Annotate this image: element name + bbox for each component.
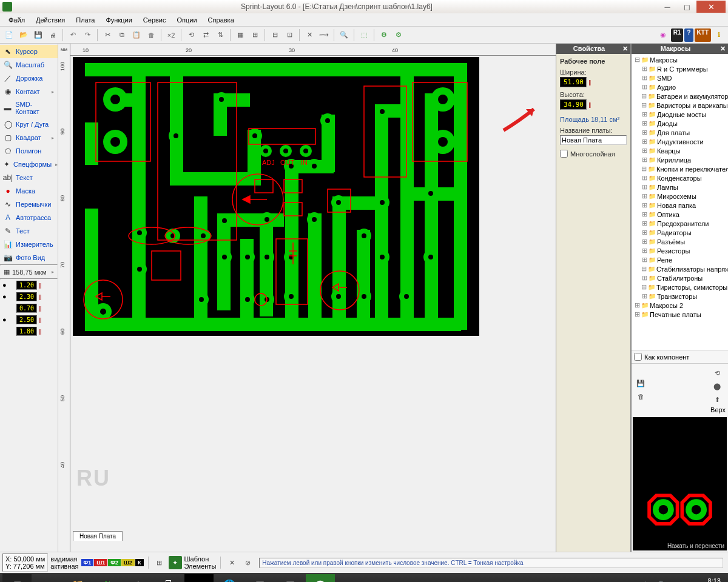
delete-button[interactable]: 🗑 — [144, 28, 158, 42]
rotate-button[interactable]: ⟲ — [184, 28, 198, 42]
copy-button[interactable]: ⧉ — [115, 28, 129, 42]
width-value[interactable]: 51.90 — [560, 77, 587, 87]
macro-folder[interactable]: ⊞📁Оптика — [633, 210, 727, 219]
macro-folder[interactable]: ⊞📁Стабилитроны — [633, 273, 727, 283]
macro-delete-button[interactable]: 🗑 — [634, 390, 647, 403]
task-sprint[interactable]: ⬤ — [306, 574, 335, 582]
macro-save-button[interactable]: 💾 — [634, 376, 647, 390]
stepper-icon[interactable]: ‖ — [588, 102, 592, 108]
menu-Плата[interactable]: Плата — [71, 15, 99, 25]
open-button[interactable]: 📂 — [17, 28, 30, 42]
layer-chips[interactable]: Ф1Ш1Ф2Ш2К — [81, 559, 144, 566]
ungroup-button[interactable]: ⊡ — [283, 28, 296, 42]
task-app1[interactable]: 🌐 — [215, 574, 244, 582]
macro-folder[interactable]: ⊞📁Варисторы и варикапы — [633, 101, 727, 110]
badge-r1[interactable]: R1 — [671, 28, 684, 42]
connections-button[interactable]: ✕ — [303, 28, 316, 42]
macro-folder[interactable]: ⊞📁Конденсаторы — [633, 173, 727, 182]
task-explorer[interactable]: 📁 — [63, 574, 92, 582]
mirror-v-button[interactable]: ⇅ — [214, 28, 227, 42]
tool-Курсор[interactable]: ⬉Курсор — [0, 45, 58, 58]
tool-Текст[interactable]: ab|Текст — [0, 171, 58, 184]
tool-Маска[interactable]: ●Маска — [0, 184, 58, 198]
tool-Автотрасса[interactable]: AАвтотрасса — [0, 211, 58, 224]
maximize-button[interactable]: ◻ — [677, 1, 696, 13]
stepper-icon[interactable]: ‖ — [588, 79, 592, 85]
macro-gear2-button[interactable]: ⚙ — [392, 28, 405, 42]
macro-folder[interactable]: ⊞📁Кнопки и переключатели — [633, 164, 727, 173]
menu-Функции[interactable]: Функции — [101, 15, 136, 25]
group-button[interactable]: ⊟ — [268, 28, 281, 42]
task-ie[interactable]: e — [33, 574, 62, 582]
board-tab[interactable]: Новая Плата — [73, 531, 123, 541]
menu-Действия[interactable]: Действия — [31, 15, 70, 25]
macro-folder[interactable]: ⊞📁Диодные мосты — [633, 110, 727, 119]
tool-Дорожка[interactable]: ／Дорожка — [0, 72, 58, 85]
tool-Тест[interactable]: ✎Тест — [0, 224, 58, 238]
task-scope[interactable]: ∿ — [184, 574, 214, 582]
redo-button[interactable]: ↷ — [81, 28, 94, 42]
macro-folder[interactable]: ⊞📁Для платы — [633, 128, 727, 137]
tool-Масштаб[interactable]: 🔍Масштаб — [0, 58, 58, 72]
transparency-button[interactable]: ◉ — [656, 28, 670, 42]
macro-folder[interactable]: ⊞📁Лампы — [633, 182, 727, 192]
task-store[interactable]: 🛍 — [93, 574, 123, 582]
multilayer-checkbox[interactable] — [560, 150, 568, 158]
tool-SMD-Контакт[interactable]: ▬SMD-Контакт — [0, 98, 58, 118]
tool-Контакт[interactable]: ◉Контакт▸ — [0, 85, 58, 98]
info-button[interactable]: ℹ — [712, 28, 726, 42]
task-app2[interactable]: ▦ — [245, 574, 274, 582]
macro-folder[interactable]: ⊞📁R и C триммеры — [633, 64, 727, 73]
badge-ktt[interactable]: KTT — [695, 28, 711, 42]
macro-folder[interactable]: ⊞📁Аудио — [633, 82, 727, 92]
param-smd[interactable]: ●2.50‖ — [0, 314, 58, 326]
misc-button-2[interactable]: ⊘ — [241, 556, 254, 569]
task-app3[interactable]: ◫ — [275, 574, 305, 582]
align-button[interactable]: ▦ — [234, 28, 247, 42]
macro-folder[interactable]: ⊞📁Микросхемы — [633, 192, 727, 201]
macro-folder[interactable]: ⊞📁Кириллица — [633, 155, 727, 164]
macro-folder[interactable]: ⊞📁Транзисторы — [633, 292, 727, 301]
tool-Полигон[interactable]: ⬠Полигон — [0, 144, 58, 158]
macro-folder[interactable]: ⊞📁Батареи и аккумуляторы — [633, 92, 727, 101]
macro-folder[interactable]: ⊞📁Предохранители — [633, 219, 727, 228]
minimize-button[interactable]: ─ — [658, 1, 677, 13]
height-value[interactable]: 34.90 — [560, 99, 587, 110]
snap-button[interactable]: ⊞ — [248, 28, 261, 42]
print-button[interactable]: 🖨 — [46, 28, 59, 42]
macro-folder[interactable]: ⊞📁Разъёмы — [633, 237, 727, 246]
pcb-viewport[interactable]: ADJ OUT IN RU Новая Плата — [70, 56, 556, 552]
param-sub[interactable]: 0.70‖ — [0, 303, 58, 314]
macro-flip-button[interactable]: ⬤ — [710, 380, 724, 393]
macro-folder[interactable]: ⊞📁Реле — [633, 255, 727, 264]
start-button[interactable]: ⊞ — [2, 574, 32, 582]
param-track[interactable]: ●1.20‖ — [0, 279, 58, 291]
save-button[interactable]: 💾 — [32, 28, 45, 42]
macro-folder[interactable]: ⊞📁Индуктивности — [633, 137, 727, 146]
task-chrome[interactable]: ◉ — [124, 574, 153, 582]
param-pad[interactable]: ●2.30‖ — [0, 291, 58, 303]
tool-Фото Вид[interactable]: 📷Фото Вид — [0, 251, 58, 264]
macro-folder[interactable]: ⊞📁Кварцы — [633, 146, 727, 155]
badge-help[interactable]: ? — [684, 28, 693, 42]
mirror-h-button[interactable]: ⇄ — [199, 28, 212, 42]
tool-Перемычки[interactable]: ∿Перемычки — [0, 198, 58, 211]
system-tray[interactable]: ▲ 🏳 🔊 РУС 8:1303.02.2021 — [636, 577, 726, 582]
menu-Файл[interactable]: Файл — [4, 15, 30, 25]
boardname-input[interactable] — [560, 135, 627, 145]
duplicate-button[interactable]: ×2 — [164, 28, 178, 42]
paste-button[interactable]: 📋 — [130, 28, 143, 42]
grid-info[interactable]: ▦158,75 мкм▸ — [0, 266, 58, 278]
tool-Квадрат[interactable]: ▢Квадрат▸ — [0, 131, 58, 144]
macro-gear-button[interactable]: ⚙ — [377, 28, 391, 42]
macros-close-icon[interactable]: ✕ — [718, 45, 727, 53]
menu-Сервис[interactable]: Сервис — [138, 15, 171, 25]
macro-folder[interactable]: ⊞📁Диоды — [633, 119, 727, 128]
misc-button-1[interactable]: ✕ — [225, 556, 238, 569]
as-component-checkbox[interactable] — [634, 353, 642, 361]
cut-button[interactable]: ✂ — [101, 28, 114, 42]
tool-Круг / Дуга[interactable]: ◯Круг / Дуга — [0, 118, 58, 131]
macro-folder[interactable]: ⊞📁Стабилизаторы напряжени — [633, 264, 727, 273]
tool-Спецформы[interactable]: ✦Спецформы▸ — [0, 158, 58, 171]
tool-Измеритель[interactable]: 📊Измеритель — [0, 238, 58, 251]
